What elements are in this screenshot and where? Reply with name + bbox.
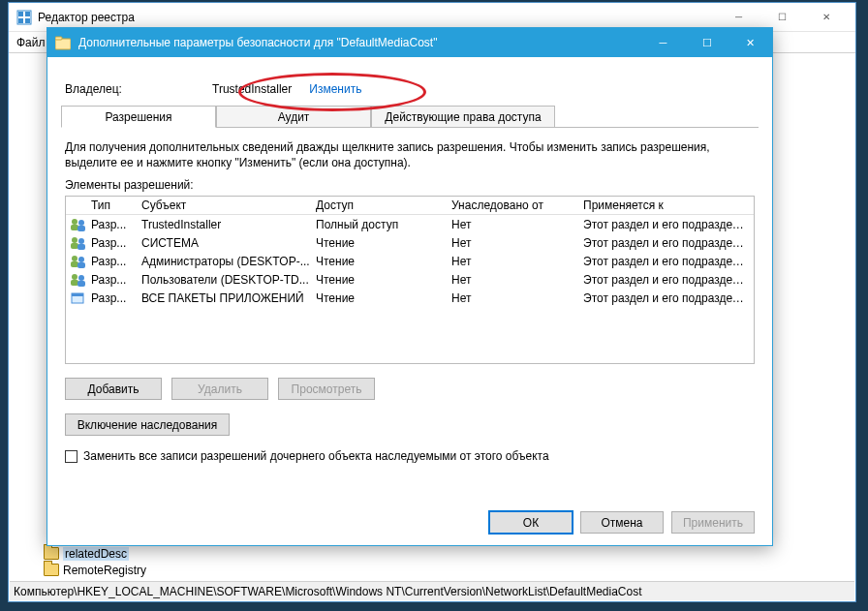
- permission-row[interactable]: Разр...Администраторы (DESKTOP-...Чтение…: [66, 252, 754, 270]
- svg-point-9: [78, 220, 84, 226]
- svg-rect-8: [71, 225, 78, 230]
- adv-maximize-button[interactable]: ☐: [685, 28, 728, 57]
- advanced-security-dialog: Дополнительные параметры безопасности дл…: [46, 27, 773, 546]
- remove-button[interactable]: Удалить: [171, 378, 268, 400]
- cell-access: Полный доступ: [316, 218, 451, 231]
- regedit-statusbar: Компьютер\HKEY_LOCAL_MACHINE\SOFTWARE\Mi…: [10, 581, 854, 600]
- cell-access: Чтение: [316, 273, 451, 287]
- col-subject[interactable]: Субъект: [141, 199, 316, 212]
- svg-point-15: [72, 256, 78, 261]
- cell-applies: Этот раздел и его подразделы: [583, 273, 750, 287]
- cell-inherited: Нет: [451, 273, 583, 287]
- svg-point-11: [72, 237, 78, 243]
- cell-applies: Этот раздел и его подразделы: [583, 291, 750, 305]
- svg-rect-18: [78, 262, 85, 268]
- regedit-icon: [16, 10, 32, 25]
- svg-rect-4: [25, 18, 30, 23]
- replace-entries-label: Заменить все записи разрешений дочернего…: [83, 449, 549, 463]
- cell-subject: ВСЕ ПАКЕТЫ ПРИЛОЖЕНИЙ: [141, 291, 316, 305]
- col-access[interactable]: Доступ: [316, 199, 451, 212]
- cell-subject: Администраторы (DESKTOP-...: [141, 255, 316, 268]
- svg-rect-6: [55, 37, 62, 40]
- owner-change-link[interactable]: Изменить: [309, 82, 361, 96]
- adv-titlebar: Дополнительные параметры безопасности дл…: [47, 28, 772, 57]
- svg-point-7: [72, 219, 78, 225]
- svg-point-19: [72, 274, 78, 280]
- regedit-close-button[interactable]: ✕: [804, 3, 848, 31]
- svg-rect-22: [78, 281, 85, 287]
- replace-entries-checkbox-row[interactable]: Заменить все записи разрешений дочернего…: [65, 449, 755, 463]
- folder-icon: [44, 547, 59, 560]
- owner-row: Владелец: TrustedInstaller Изменить: [61, 69, 759, 106]
- users-icon: [70, 273, 91, 287]
- svg-rect-14: [78, 244, 85, 250]
- adv-title: Дополнительные параметры безопасности дл…: [78, 36, 437, 49]
- cell-inherited: Нет: [451, 236, 583, 250]
- cell-inherited: Нет: [451, 291, 583, 305]
- col-type[interactable]: Тип: [91, 199, 141, 212]
- svg-rect-3: [18, 18, 23, 23]
- tab-audit[interactable]: Аудит: [216, 106, 371, 128]
- statusbar-path: Компьютер\HKEY_LOCAL_MACHINE\SOFTWARE\Mi…: [14, 585, 642, 598]
- users-icon: [70, 236, 91, 250]
- cell-inherited: Нет: [451, 218, 583, 231]
- svg-point-13: [78, 238, 84, 244]
- permission-row[interactable]: Разр...СИСТЕМАЧтениеНетЭтот раздел и его…: [66, 233, 754, 252]
- cell-subject: Пользователи (DESKTOP-TD...: [141, 273, 316, 287]
- svg-point-21: [78, 275, 84, 281]
- owner-value: TrustedInstaller: [212, 82, 292, 96]
- adv-minimize-button[interactable]: ─: [641, 28, 685, 57]
- add-button[interactable]: Добавить: [65, 378, 162, 400]
- svg-rect-1: [18, 12, 23, 16]
- cell-type: Разр...: [91, 218, 141, 231]
- col-inherited[interactable]: Унаследовано от: [451, 199, 583, 212]
- cell-access: Чтение: [316, 255, 451, 268]
- cell-access: Чтение: [316, 236, 451, 250]
- col-applies[interactable]: Применяется к: [583, 199, 750, 212]
- permissions-header: Тип Субъект Доступ Унаследовано от Приме…: [66, 197, 754, 215]
- svg-rect-24: [72, 293, 83, 296]
- tree-fragment: relatedDesc RemoteRegistry: [44, 545, 146, 578]
- svg-rect-20: [71, 280, 78, 286]
- regedit-title: Редактор реестра: [38, 11, 135, 24]
- package-icon: [70, 291, 91, 305]
- cell-access: Чтение: [316, 291, 451, 305]
- apply-button[interactable]: Применить: [671, 511, 755, 534]
- svg-rect-10: [78, 226, 85, 231]
- ok-button[interactable]: ОК: [489, 511, 573, 534]
- menu-file[interactable]: Файл: [16, 36, 46, 49]
- view-button[interactable]: Просмотреть: [278, 378, 375, 400]
- svg-rect-12: [71, 243, 78, 249]
- permission-row[interactable]: Разр...ВСЕ ПАКЕТЫ ПРИЛОЖЕНИЙЧтениеНетЭто…: [66, 289, 754, 307]
- permission-row[interactable]: Разр...TrustedInstallerПолный доступНетЭ…: [66, 215, 754, 233]
- cell-subject: СИСТЕМА: [141, 236, 316, 250]
- enable-inheritance-button[interactable]: Включение наследования: [65, 413, 230, 436]
- adv-close-button[interactable]: ✕: [728, 28, 772, 57]
- users-icon: [70, 255, 91, 268]
- entries-label: Элементы разрешений:: [65, 178, 755, 192]
- tab-effective-access[interactable]: Действующие права доступа: [371, 106, 555, 128]
- tree-item-partial[interactable]: relatedDesc: [63, 547, 129, 561]
- cell-type: Разр...: [91, 236, 141, 250]
- tab-permissions[interactable]: Разрешения: [61, 106, 216, 128]
- permissions-list[interactable]: Тип Субъект Доступ Унаследовано от Приме…: [65, 196, 755, 364]
- cell-type: Разр...: [91, 273, 141, 287]
- cell-applies: Этот раздел и его подразделы: [583, 236, 750, 250]
- svg-rect-5: [55, 39, 71, 49]
- tab-bar: Разрешения Аудит Действующие права досту…: [61, 106, 759, 128]
- replace-entries-checkbox[interactable]: [65, 450, 78, 463]
- permission-row[interactable]: Разр...Пользователи (DESKTOP-TD...Чтение…: [66, 270, 754, 289]
- cell-type: Разр...: [91, 291, 141, 305]
- tree-item-remote-registry[interactable]: RemoteRegistry: [63, 564, 146, 577]
- cell-type: Разр...: [91, 255, 141, 268]
- users-icon: [70, 218, 91, 231]
- svg-rect-2: [25, 12, 30, 16]
- svg-rect-16: [71, 261, 78, 267]
- owner-label: Владелец:: [65, 82, 212, 96]
- svg-point-17: [78, 257, 84, 262]
- cell-subject: TrustedInstaller: [141, 218, 316, 231]
- cell-applies: Этот раздел и его подразделы: [583, 218, 750, 231]
- cell-inherited: Нет: [451, 255, 583, 268]
- cancel-button[interactable]: Отмена: [580, 511, 664, 534]
- folder-shield-icon: [55, 35, 71, 50]
